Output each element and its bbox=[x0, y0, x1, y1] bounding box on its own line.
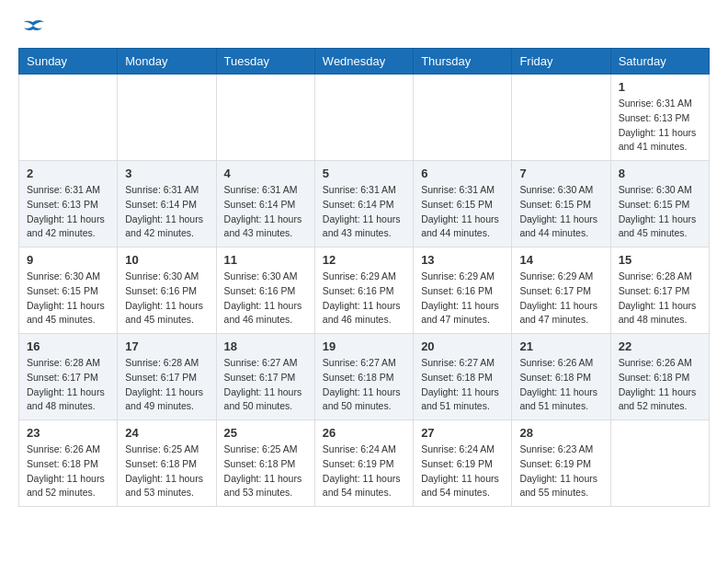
calendar-cell: 14Sunrise: 6:29 AM Sunset: 6:17 PM Dayli… bbox=[512, 247, 610, 334]
calendar-cell bbox=[414, 75, 512, 161]
calendar-cell bbox=[314, 75, 413, 161]
calendar-week-row: 1Sunrise: 6:31 AM Sunset: 6:13 PM Daylig… bbox=[19, 75, 710, 161]
day-number: 20 bbox=[421, 339, 504, 353]
day-number: 5 bbox=[323, 167, 405, 180]
day-number: 1 bbox=[619, 80, 701, 94]
calendar-cell: 16Sunrise: 6:28 AM Sunset: 6:17 PM Dayli… bbox=[19, 334, 118, 420]
calendar-cell: 28Sunrise: 6:23 AM Sunset: 6:19 PM Dayli… bbox=[512, 420, 610, 507]
day-info: Sunrise: 6:31 AM Sunset: 6:13 PM Dayligh… bbox=[619, 97, 701, 155]
calendar-cell bbox=[19, 75, 118, 161]
day-number: 13 bbox=[421, 253, 504, 267]
logo-bird-icon bbox=[20, 18, 46, 39]
day-info: Sunrise: 6:31 AM Sunset: 6:14 PM Dayligh… bbox=[224, 183, 307, 241]
day-number: 11 bbox=[224, 253, 307, 267]
calendar-week-row: 9Sunrise: 6:30 AM Sunset: 6:15 PM Daylig… bbox=[19, 247, 710, 334]
day-info: Sunrise: 6:31 AM Sunset: 6:14 PM Dayligh… bbox=[323, 183, 405, 241]
calendar-cell: 9Sunrise: 6:30 AM Sunset: 6:15 PM Daylig… bbox=[19, 247, 118, 334]
day-info: Sunrise: 6:27 AM Sunset: 6:18 PM Dayligh… bbox=[421, 356, 504, 414]
weekday-header-saturday: Saturday bbox=[610, 49, 709, 75]
day-info: Sunrise: 6:31 AM Sunset: 6:15 PM Dayligh… bbox=[421, 183, 504, 241]
day-number: 21 bbox=[519, 339, 602, 353]
day-number: 22 bbox=[619, 339, 701, 353]
day-number: 24 bbox=[125, 426, 208, 440]
calendar-cell: 2Sunrise: 6:31 AM Sunset: 6:13 PM Daylig… bbox=[19, 161, 118, 247]
calendar-cell: 17Sunrise: 6:28 AM Sunset: 6:17 PM Dayli… bbox=[118, 334, 216, 420]
weekday-header-wednesday: Wednesday bbox=[314, 49, 413, 75]
calendar-cell: 23Sunrise: 6:26 AM Sunset: 6:18 PM Dayli… bbox=[19, 420, 118, 507]
calendar-cell: 4Sunrise: 6:31 AM Sunset: 6:14 PM Daylig… bbox=[216, 161, 314, 247]
day-info: Sunrise: 6:27 AM Sunset: 6:18 PM Dayligh… bbox=[323, 356, 405, 414]
day-info: Sunrise: 6:31 AM Sunset: 6:13 PM Dayligh… bbox=[27, 183, 109, 241]
calendar-cell: 22Sunrise: 6:26 AM Sunset: 6:18 PM Dayli… bbox=[610, 334, 709, 420]
day-info: Sunrise: 6:29 AM Sunset: 6:17 PM Dayligh… bbox=[519, 270, 602, 327]
day-number: 4 bbox=[224, 167, 307, 180]
weekday-header-friday: Friday bbox=[512, 49, 610, 75]
calendar-cell: 8Sunrise: 6:30 AM Sunset: 6:15 PM Daylig… bbox=[610, 161, 709, 247]
day-number: 19 bbox=[323, 339, 405, 353]
calendar-cell: 10Sunrise: 6:30 AM Sunset: 6:16 PM Dayli… bbox=[118, 247, 216, 334]
day-number: 28 bbox=[519, 426, 602, 440]
day-number: 16 bbox=[27, 339, 109, 353]
day-info: Sunrise: 6:24 AM Sunset: 6:19 PM Dayligh… bbox=[323, 442, 405, 500]
day-number: 12 bbox=[323, 253, 405, 267]
day-number: 9 bbox=[27, 253, 109, 267]
calendar-cell: 24Sunrise: 6:25 AM Sunset: 6:18 PM Dayli… bbox=[118, 420, 216, 507]
day-number: 17 bbox=[125, 339, 208, 353]
calendar-cell: 26Sunrise: 6:24 AM Sunset: 6:19 PM Dayli… bbox=[314, 420, 413, 507]
calendar-week-row: 23Sunrise: 6:26 AM Sunset: 6:18 PM Dayli… bbox=[19, 420, 710, 507]
calendar-cell bbox=[610, 420, 709, 507]
day-number: 2 bbox=[27, 167, 109, 180]
calendar-cell: 15Sunrise: 6:28 AM Sunset: 6:17 PM Dayli… bbox=[610, 247, 709, 334]
day-info: Sunrise: 6:26 AM Sunset: 6:18 PM Dayligh… bbox=[619, 356, 701, 414]
day-info: Sunrise: 6:29 AM Sunset: 6:16 PM Dayligh… bbox=[323, 270, 405, 327]
calendar-header-row: SundayMondayTuesdayWednesdayThursdayFrid… bbox=[19, 49, 710, 75]
day-info: Sunrise: 6:30 AM Sunset: 6:16 PM Dayligh… bbox=[125, 270, 208, 327]
day-info: Sunrise: 6:28 AM Sunset: 6:17 PM Dayligh… bbox=[619, 270, 701, 327]
day-info: Sunrise: 6:27 AM Sunset: 6:17 PM Dayligh… bbox=[224, 356, 307, 414]
calendar-cell: 27Sunrise: 6:24 AM Sunset: 6:19 PM Dayli… bbox=[414, 420, 512, 507]
calendar-cell: 18Sunrise: 6:27 AM Sunset: 6:17 PM Dayli… bbox=[216, 334, 314, 420]
calendar-cell: 21Sunrise: 6:26 AM Sunset: 6:18 PM Dayli… bbox=[512, 334, 610, 420]
logo bbox=[18, 18, 46, 39]
day-number: 26 bbox=[323, 426, 405, 440]
day-info: Sunrise: 6:31 AM Sunset: 6:14 PM Dayligh… bbox=[125, 183, 208, 241]
calendar-table: SundayMondayTuesdayWednesdayThursdayFrid… bbox=[18, 48, 710, 507]
day-number: 6 bbox=[421, 167, 504, 180]
calendar-week-row: 16Sunrise: 6:28 AM Sunset: 6:17 PM Dayli… bbox=[19, 334, 710, 420]
calendar-cell bbox=[512, 75, 610, 161]
day-number: 18 bbox=[224, 339, 307, 353]
calendar-cell: 20Sunrise: 6:27 AM Sunset: 6:18 PM Dayli… bbox=[414, 334, 512, 420]
calendar-cell: 25Sunrise: 6:25 AM Sunset: 6:18 PM Dayli… bbox=[216, 420, 314, 507]
day-info: Sunrise: 6:30 AM Sunset: 6:16 PM Dayligh… bbox=[224, 270, 307, 327]
calendar-cell: 12Sunrise: 6:29 AM Sunset: 6:16 PM Dayli… bbox=[314, 247, 413, 334]
calendar-cell bbox=[216, 75, 314, 161]
day-info: Sunrise: 6:30 AM Sunset: 6:15 PM Dayligh… bbox=[619, 183, 701, 241]
day-info: Sunrise: 6:28 AM Sunset: 6:17 PM Dayligh… bbox=[27, 356, 109, 414]
weekday-header-thursday: Thursday bbox=[414, 49, 512, 75]
day-number: 27 bbox=[421, 426, 504, 440]
day-info: Sunrise: 6:25 AM Sunset: 6:18 PM Dayligh… bbox=[125, 442, 208, 500]
day-number: 25 bbox=[224, 426, 307, 440]
day-info: Sunrise: 6:25 AM Sunset: 6:18 PM Dayligh… bbox=[224, 442, 307, 500]
day-info: Sunrise: 6:30 AM Sunset: 6:15 PM Dayligh… bbox=[27, 270, 109, 327]
day-info: Sunrise: 6:28 AM Sunset: 6:17 PM Dayligh… bbox=[125, 356, 208, 414]
day-info: Sunrise: 6:24 AM Sunset: 6:19 PM Dayligh… bbox=[421, 442, 504, 500]
page-header bbox=[18, 18, 710, 39]
calendar-cell bbox=[118, 75, 216, 161]
calendar-week-row: 2Sunrise: 6:31 AM Sunset: 6:13 PM Daylig… bbox=[19, 161, 710, 247]
day-number: 15 bbox=[619, 253, 701, 267]
calendar-cell: 6Sunrise: 6:31 AM Sunset: 6:15 PM Daylig… bbox=[414, 161, 512, 247]
day-number: 14 bbox=[519, 253, 602, 267]
day-info: Sunrise: 6:26 AM Sunset: 6:18 PM Dayligh… bbox=[519, 356, 602, 414]
calendar-cell: 5Sunrise: 6:31 AM Sunset: 6:14 PM Daylig… bbox=[314, 161, 413, 247]
day-info: Sunrise: 6:26 AM Sunset: 6:18 PM Dayligh… bbox=[27, 442, 109, 500]
calendar-cell: 19Sunrise: 6:27 AM Sunset: 6:18 PM Dayli… bbox=[314, 334, 413, 420]
day-number: 23 bbox=[27, 426, 109, 440]
calendar-cell: 11Sunrise: 6:30 AM Sunset: 6:16 PM Dayli… bbox=[216, 247, 314, 334]
day-number: 7 bbox=[519, 167, 602, 180]
weekday-header-sunday: Sunday bbox=[19, 49, 118, 75]
calendar-cell: 7Sunrise: 6:30 AM Sunset: 6:15 PM Daylig… bbox=[512, 161, 610, 247]
day-info: Sunrise: 6:30 AM Sunset: 6:15 PM Dayligh… bbox=[519, 183, 602, 241]
day-info: Sunrise: 6:23 AM Sunset: 6:19 PM Dayligh… bbox=[519, 442, 602, 500]
calendar-cell: 3Sunrise: 6:31 AM Sunset: 6:14 PM Daylig… bbox=[118, 161, 216, 247]
